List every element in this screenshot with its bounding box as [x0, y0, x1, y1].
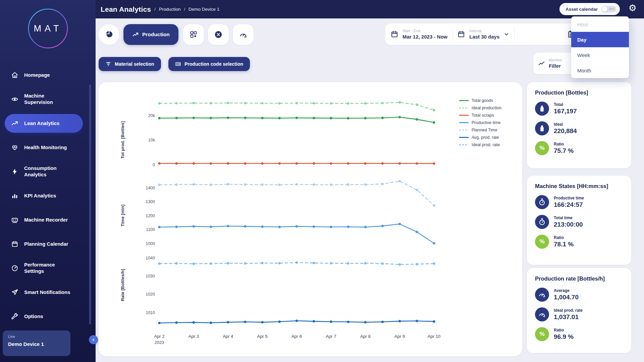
summary-row: Total time 213:00:00: [535, 215, 623, 229]
sidebar-item-lean-analytics[interactable]: Lean Analytics: [5, 114, 83, 133]
legend-label: Ideal production: [472, 106, 501, 110]
x-tick-label: Apr 10: [419, 334, 449, 340]
toggle-knob: [602, 6, 607, 12]
breadcrumb: Lean Analytics / Production / Demo Devic…: [101, 0, 219, 18]
legend-item[interactable]: Productive time: [459, 120, 501, 125]
sidebar: MAT Homepage Machine Supervision Lean An…: [0, 0, 96, 362]
app-logo: MAT: [0, 0, 96, 57]
svg-text:Time [min]: Time [min]: [120, 204, 125, 227]
legend-item[interactable]: Ideal production: [459, 106, 501, 110]
svg-text:Rate [Bottles/h]: Rate [Bottles/h]: [120, 269, 125, 301]
x-axis-labels: Apr 22023Apr 3Apr 4Apr 5Apr 6Apr 7Apr 8A…: [99, 334, 522, 350]
heart-pulse-icon: [11, 143, 19, 152]
barcode-icon: [175, 61, 181, 67]
row-value: 213:00:00: [554, 221, 583, 228]
date-range-text: Start - End Mar 12, 2023 - Now: [402, 29, 447, 40]
legend-swatch: [459, 114, 469, 116]
production-tab-button[interactable]: Production: [123, 24, 178, 45]
dropdown-option-month[interactable]: Month: [571, 63, 629, 78]
row-label: Ideal prod. rate: [554, 308, 583, 313]
row-value: 1,037.01: [554, 313, 583, 321]
sidebar-collapse-button[interactable]: [89, 335, 98, 344]
legend-item[interactable]: Total goods: [459, 98, 501, 103]
dropdown-option-hour[interactable]: Hour: [571, 16, 629, 32]
device-selector-card[interactable]: Line Demo Device 1: [3, 330, 70, 356]
legend-swatch: [459, 144, 469, 146]
x-tick-label: Apr 8: [350, 334, 380, 340]
card-title: Production [Bottles]: [535, 89, 623, 96]
svg-text:1040: 1040: [146, 256, 155, 260]
qr-view-button[interactable]: [183, 24, 204, 45]
x-tick-label: Apr 4: [213, 334, 243, 340]
breadcrumb-separator: /: [154, 7, 156, 12]
sidebar-item-health-monitoring[interactable]: Health Monitoring: [0, 135, 96, 160]
production-code-selection-button[interactable]: Production code selection: [168, 57, 250, 71]
divider: [514, 28, 515, 41]
sidebar-item-machine-recorder[interactable]: Machine Recorder: [0, 208, 96, 232]
x-tick-label: Apr 9: [385, 334, 415, 340]
interval-label: Interval: [469, 29, 499, 33]
wrench-icon: [11, 312, 19, 320]
x-tick-label: Apr 22023: [144, 334, 174, 346]
rate-view-button[interactable]: [233, 24, 254, 45]
date-range-field[interactable]: Start - End Mar 12, 2023 - Now: [390, 29, 447, 40]
sidebar-item-label: Smart Notifications: [24, 289, 70, 296]
summary-row: Average 1,004.70: [535, 288, 623, 302]
x-tick-label: Apr 3: [178, 334, 209, 340]
asset-calendar-pill[interactable]: Asset calendar OFF: [559, 3, 620, 15]
material-selection-label: Material selection: [115, 61, 154, 67]
stopwatch-icon: [535, 195, 549, 209]
calendar-icon: [390, 30, 398, 38]
gear-icon[interactable]: ⚙: [629, 3, 637, 13]
page-title: Lean Analytics: [101, 5, 151, 13]
legend-item[interactable]: Avg. prod. rate: [459, 135, 501, 140]
calendar-icon: [457, 30, 465, 38]
date-range-value: Mar 12, 2023 - Now: [402, 34, 447, 40]
production-rate-summary-card: Production rate [Bottles/h] Average 1,00…: [527, 268, 631, 353]
sidebar-item-machine-supervision[interactable]: Machine Supervision: [0, 87, 96, 111]
row-value: 1,004.70: [554, 294, 579, 301]
sidebar-item-smart-notifications[interactable]: Smart Notifications: [0, 280, 96, 304]
material-selection-button[interactable]: Material selection: [99, 57, 161, 71]
qr-code-icon: [190, 31, 198, 39]
material-icon: [105, 61, 111, 67]
legend-item[interactable]: Planned Time: [459, 128, 501, 132]
legend-label: Avg. prod. rate: [472, 135, 499, 140]
pie-chart-view-button[interactable]: [99, 24, 119, 45]
percent-icon: %: [535, 327, 549, 341]
sidebar-item-performance-settings[interactable]: Performance Settings: [0, 256, 96, 280]
trend-chart-icon: [11, 119, 19, 127]
svg-text:1300: 1300: [146, 199, 155, 204]
row-label: Total time: [554, 216, 583, 220]
summary-row: % Ratio 75.7 %: [535, 141, 623, 155]
gauge-icon: [535, 307, 549, 321]
legend-swatch: [459, 107, 469, 109]
sidebar-item-kpi-analytics[interactable]: KPI Analytics: [0, 184, 96, 208]
interval-field[interactable]: Interval Last 30 days: [457, 29, 509, 40]
row-label: Ratio: [554, 328, 574, 333]
row-value: 166:24:57: [554, 201, 584, 208]
legend-label: Planned Time: [472, 128, 497, 132]
clear-selection-button[interactable]: [208, 24, 229, 45]
sidebar-item-consumption-analytics[interactable]: Consumption Analytics: [0, 160, 96, 184]
svg-text:1000: 1000: [146, 241, 155, 246]
dropdown-option-day[interactable]: Day: [571, 32, 629, 47]
sidebar-item-planning-calendar[interactable]: Planning Calendar: [0, 232, 96, 256]
sidebar-scrollbar[interactable]: [89, 84, 91, 324]
home-icon: [11, 71, 19, 79]
legend-item[interactable]: Total scraps: [459, 113, 501, 118]
asset-calendar-switch[interactable]: OFF: [601, 6, 616, 12]
divider: [452, 28, 452, 41]
dropdown-option-week[interactable]: Week: [571, 47, 629, 63]
svg-text:MAT: MAT: [34, 23, 62, 34]
sidebar-item-homepage[interactable]: Homepage: [0, 63, 96, 87]
machine-value: Filler: [549, 63, 562, 69]
sidebar-item-label: Consumption Analytics: [24, 165, 71, 178]
row-value: 96.9 %: [554, 333, 574, 341]
time-subplot: 10001100120013001400Time [min]: [99, 179, 522, 251]
legend-swatch: [459, 136, 469, 138]
legend-item[interactable]: Ideal prod. rate: [459, 142, 501, 147]
svg-text:1030: 1030: [146, 274, 155, 279]
sidebar-item-options[interactable]: Options: [0, 304, 96, 328]
summary-row: % Ratio 78.1 %: [535, 235, 623, 249]
